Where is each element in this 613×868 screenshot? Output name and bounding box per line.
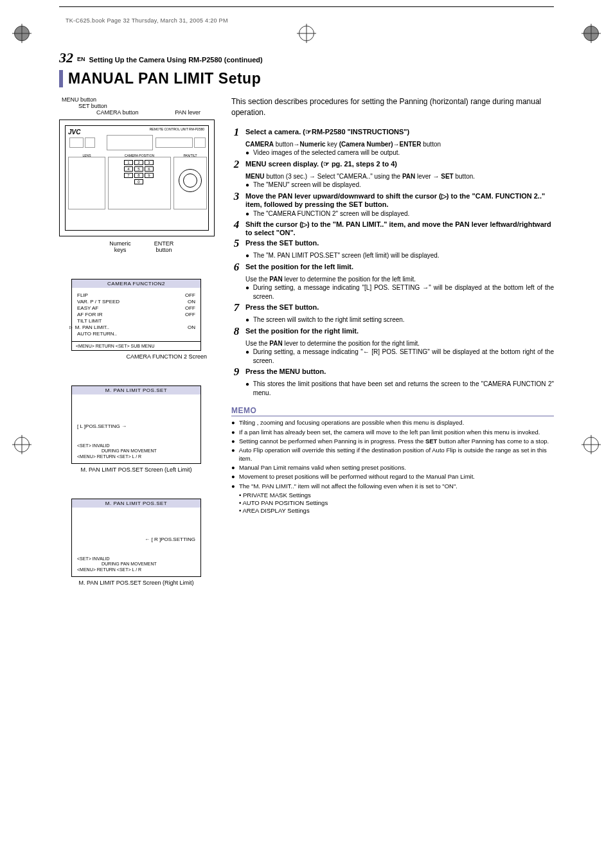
step-2: 2 MENU screen display. (☞ pg. 21, steps … xyxy=(231,160,554,171)
set-button-label: SET button xyxy=(78,103,213,109)
diagram-labels: MENU button SET button CAMERA button PAN… xyxy=(59,96,213,116)
osd-right-limit: M. PAN LIMIT POS.SET ← [ R ]POS.SETTING … xyxy=(71,499,201,577)
osd-left-limit: M. PAN LIMIT POS.SET [ L ]POS.SETTING → … xyxy=(71,385,201,464)
step-5: 5 Press the SET button. xyxy=(231,239,554,250)
step-7: 7 Press the SET button. xyxy=(231,303,554,314)
step-1: 1 Select a camera. (☞RM-P2580 "INSTRUCTI… xyxy=(231,128,554,139)
step-4: 4 Shift the cursor (▷) to the "M. PAN LI… xyxy=(231,220,554,236)
lang-label: EN xyxy=(77,56,85,62)
page-title: MANUAL PAN LIMIT Setup xyxy=(59,70,554,87)
memo-list: ●Tilting , zooming and focusing operatio… xyxy=(231,419,554,514)
camera-button-label: CAMERA button xyxy=(96,109,139,116)
step-3: 3 Move the PAN lever upward/downward to … xyxy=(231,192,554,208)
osd1-caption: CAMERA FUNCTION 2 Screen xyxy=(66,353,207,360)
osd2-caption: M. PAN LIMIT POS.SET Screen (Left Limit) xyxy=(59,466,213,473)
pan-lever-label: PAN lever xyxy=(175,109,200,116)
osd3-caption: M. PAN LIMIT POS.SET Screen (Right Limit… xyxy=(59,580,213,586)
page-number: 32 xyxy=(59,49,73,66)
step-8: 8 Set the position for the right limit. xyxy=(231,327,554,338)
running-title: Setting Up the Camera Using RM-P2580 (co… xyxy=(89,56,263,64)
enter-button-label: ENTER button xyxy=(148,240,180,253)
menu-button-label: MENU button xyxy=(62,96,213,103)
top-rule xyxy=(59,6,554,7)
book-meta: TK-C625.book Page 32 Thursday, March 31,… xyxy=(66,17,554,24)
remote-diagram: JVC REMOTE CONTROL UNIT RM-P2580 LENS CA… xyxy=(59,120,215,236)
memo-heading: MEMO xyxy=(231,406,554,416)
osd-title: CAMERA FUNCTION2 xyxy=(72,279,200,288)
step-9: 9 Press the MENU button. xyxy=(231,368,554,378)
running-header: 32 EN Setting Up the Camera Using RM-P25… xyxy=(59,49,554,66)
osd-camera-function2: CAMERA FUNCTION2 FLIPOFF VAR. P / T SPEE… xyxy=(71,279,201,351)
numeric-keys-label: Numeric keys xyxy=(104,240,136,253)
intro-text: This section describes procedures for se… xyxy=(231,96,554,119)
step-6: 6 Set the position for the left limit. xyxy=(231,263,554,274)
